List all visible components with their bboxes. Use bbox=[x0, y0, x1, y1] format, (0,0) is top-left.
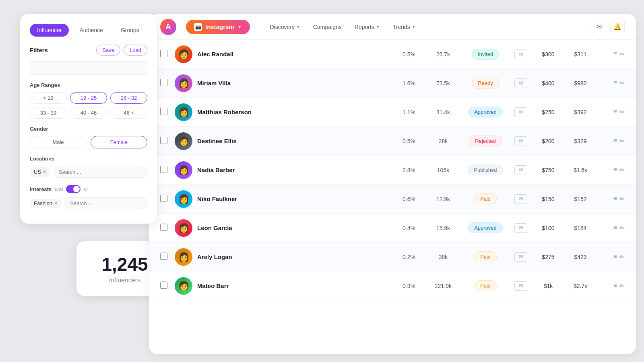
row-name: Niko Faulkner bbox=[197, 195, 393, 202]
email-icon[interactable]: ✉ bbox=[514, 165, 527, 175]
nav-campaigns[interactable]: Campaigns bbox=[308, 21, 347, 33]
row-followers: 26.7k bbox=[425, 51, 461, 58]
interests-or-label: or bbox=[84, 186, 88, 192]
list-icon[interactable]: ≡ bbox=[613, 224, 617, 232]
email-icon[interactable]: ✉ bbox=[514, 136, 527, 146]
edit-icon[interactable]: ✏ bbox=[619, 224, 625, 232]
filters-title: Filters bbox=[30, 47, 48, 53]
row-checkbox[interactable] bbox=[160, 79, 167, 86]
edit-icon[interactable]: ✏ bbox=[619, 166, 625, 174]
row-checkbox-col bbox=[160, 195, 175, 204]
row-checkbox-col bbox=[160, 50, 175, 59]
avatar: 👩 bbox=[175, 103, 192, 121]
edit-icon[interactable]: ✏ bbox=[619, 108, 625, 116]
edit-icon[interactable]: ✏ bbox=[619, 253, 625, 261]
nav-trends[interactable]: Trends ▼ bbox=[387, 21, 421, 33]
email-icon[interactable]: ✉ bbox=[514, 78, 527, 88]
row-email-col: ✉ bbox=[510, 136, 532, 146]
list-icon[interactable]: ≡ bbox=[613, 166, 617, 174]
row-rate: 0.5% bbox=[393, 138, 425, 144]
nav-discovery[interactable]: Discovery ▼ bbox=[264, 21, 306, 33]
age-btn-46plus[interactable]: 46 + bbox=[110, 107, 147, 119]
list-icon[interactable]: ≡ bbox=[613, 137, 617, 145]
location-tag-remove[interactable]: ✕ bbox=[43, 169, 46, 175]
row-avatar-col: 🧑 bbox=[175, 132, 197, 150]
platform-button[interactable]: Instagram ▼ bbox=[186, 20, 250, 34]
row-checkbox[interactable] bbox=[160, 282, 167, 289]
row-checkbox[interactable] bbox=[160, 50, 167, 57]
interest-tag-label: Fashion bbox=[34, 200, 52, 206]
row-price1: $200 bbox=[532, 138, 564, 144]
filter-search-input[interactable] bbox=[30, 61, 147, 75]
age-btn-33-39[interactable]: 33 - 39 bbox=[30, 107, 67, 119]
email-icon[interactable]: ✉ bbox=[514, 49, 527, 59]
status-badge: Approved bbox=[468, 222, 503, 233]
main-area: A Instagram ▼ Discovery ▼ Campaigns Repo… bbox=[149, 14, 636, 354]
email-icon[interactable]: ✉ bbox=[514, 223, 527, 233]
messages-button[interactable]: ✉ bbox=[592, 20, 606, 34]
list-icon[interactable]: ≡ bbox=[613, 253, 617, 261]
row-actions: ≡ ✏ bbox=[597, 253, 625, 261]
load-button[interactable]: Load bbox=[124, 45, 147, 56]
interest-tag-remove[interactable]: ✕ bbox=[54, 201, 58, 206]
row-checkbox-col bbox=[160, 253, 175, 261]
row-checkbox-col bbox=[160, 137, 175, 146]
row-status-col: Rejected bbox=[461, 136, 510, 146]
row-checkbox[interactable] bbox=[160, 253, 167, 260]
list-icon[interactable]: ≡ bbox=[613, 79, 617, 87]
notifications-button[interactable]: 🔔 bbox=[610, 20, 625, 34]
age-btn-26-32[interactable]: 26 - 32 bbox=[110, 92, 147, 104]
gender-female-btn[interactable]: Female bbox=[91, 136, 147, 148]
row-checkbox[interactable] bbox=[160, 224, 167, 231]
row-name: Destinee Ellis bbox=[197, 138, 393, 144]
edit-icon[interactable]: ✏ bbox=[619, 282, 625, 290]
age-btn-under19[interactable]: < 19 bbox=[30, 92, 67, 104]
edit-icon[interactable]: ✏ bbox=[619, 50, 625, 58]
row-checkbox[interactable] bbox=[160, 166, 167, 173]
list-icon[interactable]: ≡ bbox=[613, 50, 617, 58]
tab-audience[interactable]: Audience bbox=[72, 24, 110, 37]
list-icon[interactable]: ≡ bbox=[613, 195, 617, 203]
status-badge: Published bbox=[468, 165, 503, 175]
row-followers: 15.9k bbox=[425, 225, 461, 231]
age-btn-40-46[interactable]: 40 - 46 bbox=[70, 107, 107, 119]
row-followers: 12.9k bbox=[425, 196, 461, 202]
edit-icon[interactable]: ✏ bbox=[619, 195, 625, 203]
row-actions: ≡ ✏ bbox=[597, 79, 625, 87]
status-badge: Paid bbox=[474, 251, 497, 262]
nav-reports[interactable]: Reports ▼ bbox=[349, 21, 386, 33]
table-row: 👩 Nadia Barber 2.8% 106k Published ✉ $75… bbox=[149, 156, 636, 185]
influencer-table: 🧑 Alec Randall 0.5% 26.7k Invited ✉ $300… bbox=[149, 40, 636, 300]
interest-search-input[interactable] bbox=[65, 197, 147, 209]
avatar: 👩 bbox=[175, 190, 192, 208]
row-checkbox[interactable] bbox=[160, 108, 167, 115]
tab-influencer[interactable]: Influencer bbox=[30, 24, 69, 37]
age-btn-19-25[interactable]: 19 - 25 bbox=[70, 92, 107, 104]
status-badge: Invited bbox=[472, 49, 499, 60]
gender-male-btn[interactable]: Male bbox=[30, 136, 87, 148]
row-checkbox[interactable] bbox=[160, 195, 167, 202]
location-row: US ✕ bbox=[30, 166, 147, 178]
email-icon[interactable]: ✉ bbox=[514, 107, 527, 117]
email-icon[interactable]: ✉ bbox=[514, 281, 527, 291]
save-button[interactable]: Save bbox=[96, 45, 120, 56]
tab-groups[interactable]: Groups bbox=[114, 24, 147, 37]
location-search-input[interactable] bbox=[54, 166, 147, 178]
list-icon[interactable]: ≡ bbox=[613, 108, 617, 116]
reports-chevron-icon: ▼ bbox=[376, 25, 380, 29]
table-row: 👩 Leon Garcia 0.4% 15.9k Approved ✉ $100… bbox=[149, 214, 636, 243]
interests-row: Fashion ✕ bbox=[30, 197, 147, 209]
row-actions: ≡ ✏ bbox=[597, 224, 625, 232]
row-email-col: ✉ bbox=[510, 281, 532, 291]
edit-icon[interactable]: ✏ bbox=[619, 79, 625, 87]
row-status-col: Ready bbox=[461, 78, 510, 88]
email-icon[interactable]: ✉ bbox=[514, 194, 527, 204]
edit-icon[interactable]: ✏ bbox=[619, 137, 625, 145]
email-icon[interactable]: ✉ bbox=[514, 252, 527, 262]
row-followers: 31.4k bbox=[425, 109, 461, 115]
interests-toggle[interactable] bbox=[66, 185, 80, 193]
filters-actions: Save Load bbox=[96, 45, 147, 56]
row-checkbox[interactable] bbox=[160, 137, 167, 144]
list-icon[interactable]: ≡ bbox=[613, 282, 617, 290]
row-price2: $980 bbox=[564, 80, 597, 86]
